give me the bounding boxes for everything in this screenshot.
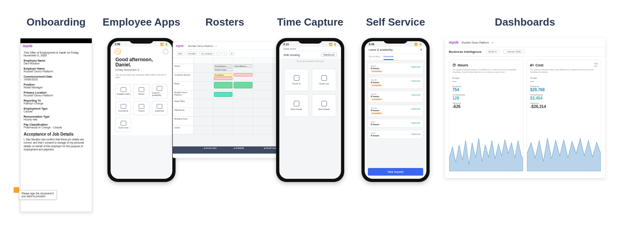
clock-in-button[interactable]: Clock in <box>284 69 309 91</box>
coffee-icon <box>294 101 299 106</box>
plane-icon <box>157 86 162 91</box>
self-phone: 3:43📶 🔋 Leave & availability✕ Upcoming H… <box>361 38 430 182</box>
signal-icon: 📶 🔋 <box>329 43 337 46</box>
avatar-icon[interactable] <box>163 49 168 54</box>
clock-icon <box>121 121 126 126</box>
tile-roster[interactable]: Roster <box>133 84 149 98</box>
expenses-icon <box>157 104 162 109</box>
rosters-card: myob Roubler Demo Platform▾ View Fortnig… <box>173 42 293 158</box>
tab-historical[interactable]: Historical <box>384 54 394 60</box>
period-nav[interactable]: ‹ January 2020 › <box>503 50 525 54</box>
new-request-button[interactable]: New request <box>368 168 423 176</box>
list-item[interactable]: Nov 40 hours• ApprovedUnavailable <box>368 63 423 74</box>
tile-available-shifts[interactable]: Available shifts <box>115 84 131 98</box>
close-icon[interactable]: ✕ <box>420 48 422 52</box>
onboard-intro: This Offer of Employment is made on Frid… <box>24 51 89 57</box>
login-icon <box>294 75 299 81</box>
cost-tile: ForeAct 🏷Cost The variance indicated rel… <box>527 60 601 172</box>
myob-logo: myob <box>176 44 184 47</box>
sign-tooltip: Please sign the document if you want to … <box>19 190 57 200</box>
tile-payroll[interactable]: Payroll <box>133 101 149 115</box>
tc-title: Shift clocking <box>283 54 300 56</box>
range-select[interactable]: Fortnight <box>186 52 198 56</box>
signal-icon: 📶 🔋 <box>414 43 422 46</box>
nav-next[interactable]: › <box>222 52 227 56</box>
apps-phone: 3:58📶 🔋 Good afternoon,Daniel. Friday No… <box>107 38 176 182</box>
list-item[interactable]: Oct 140 hours• ApprovedUnavailable <box>368 105 423 116</box>
clock-out-button[interactable]: Clock out <box>312 69 336 91</box>
period-select[interactable]: Month ▾ <box>486 50 499 54</box>
col-apps-title: Employee Apps <box>103 16 180 28</box>
hours-chart <box>449 127 523 171</box>
list-item[interactable]: Oct 70 hours• Approved <box>368 119 423 128</box>
coffee-off-icon <box>321 101 327 106</box>
col-time-title: Time Capture <box>277 16 343 28</box>
tag-icon: 🏷 <box>530 63 534 67</box>
location-tag[interactable]: Warehouse <box>321 53 337 57</box>
calendar-icon <box>121 87 126 92</box>
filter-icon[interactable]: ⚙ <box>229 52 234 56</box>
list-item[interactable]: Oct 280 hours• ApprovedUnavailable <box>368 77 423 88</box>
nav-prev[interactable]: ‹ <box>216 52 221 56</box>
tile-leave[interactable]: Leave & availability <box>152 84 168 98</box>
onboarding-card: myob This Offer of Employment is made on… <box>20 38 92 212</box>
time-phone: 3:11📶 🔋 Clock in/out Shift clockingWareh… <box>276 38 344 182</box>
hours-tile: ⏱Hours The variance indicated relates to… <box>449 60 523 172</box>
loc-select[interactable]: by Locations <box>199 52 214 56</box>
dashboard-card: myob Roubler Demo Platform▾ Business Int… <box>445 38 605 178</box>
smile-icon <box>115 48 121 55</box>
view-select[interactable]: View <box>176 52 184 56</box>
accept-heading: Acceptance of Job Details <box>24 132 89 136</box>
tile-expenses[interactable]: Expenses <box>152 101 168 115</box>
accept-text: I, Dan Moulton can confirm that these jo… <box>24 138 89 152</box>
clock-icon: ⏱ <box>452 63 456 67</box>
col-onboarding-title: Onboarding <box>26 16 85 28</box>
tile-documents[interactable]: Documents <box>115 101 131 115</box>
list-item[interactable]: Oct 210 hours• ApprovedUnavailable <box>368 91 423 102</box>
myob-logo: myob <box>449 40 458 44</box>
tab-upcoming[interactable]: Upcoming <box>369 54 380 60</box>
myob-logo: myob <box>23 44 32 48</box>
tile-clock[interactable]: Clock in/out <box>115 118 131 132</box>
col-rosters-title: Rosters <box>206 16 244 28</box>
col-self-title: Self Service <box>366 16 425 28</box>
document-icon <box>121 104 126 109</box>
logout-icon <box>321 75 327 81</box>
payroll-icon <box>139 104 144 109</box>
col-dash-title: Dashboards <box>495 16 555 28</box>
signal-icon: 📶 🔋 <box>160 43 168 46</box>
cost-chart <box>527 127 601 171</box>
list-item[interactable]: Oct 10 hours• Approved <box>368 130 423 139</box>
end-break-button[interactable]: End break <box>312 94 336 117</box>
roster-icon <box>139 87 144 92</box>
start-break-button[interactable]: Start break <box>284 94 309 117</box>
